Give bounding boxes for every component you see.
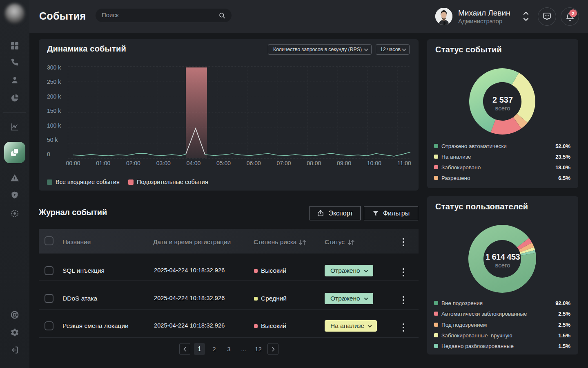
svg-text:100 k: 100 k [47, 122, 61, 129]
svg-text:250 k: 250 k [47, 79, 61, 85]
svg-text:08:00: 08:00 [307, 160, 321, 166]
svg-text:50 k: 50 k [47, 137, 58, 143]
svg-text:05:00: 05:00 [216, 160, 231, 166]
svg-text:11:00: 11:00 [397, 160, 411, 166]
svg-text:03:00: 03:00 [156, 160, 171, 166]
svg-text:150 k: 150 k [47, 108, 61, 114]
svg-text:04:00: 04:00 [186, 160, 200, 166]
svg-text:0: 0 [47, 151, 50, 157]
svg-text:300 k: 300 k [47, 64, 61, 71]
svg-text:01:00: 01:00 [96, 160, 110, 166]
svg-text:10:00: 10:00 [367, 160, 381, 166]
svg-text:07:00: 07:00 [276, 160, 291, 166]
svg-text:200 k: 200 k [47, 93, 61, 100]
svg-text:00:00: 00:00 [66, 160, 80, 166]
svg-text:06:00: 06:00 [247, 160, 261, 166]
svg-text:02:00: 02:00 [126, 160, 140, 166]
svg-text:09:00: 09:00 [337, 160, 351, 166]
